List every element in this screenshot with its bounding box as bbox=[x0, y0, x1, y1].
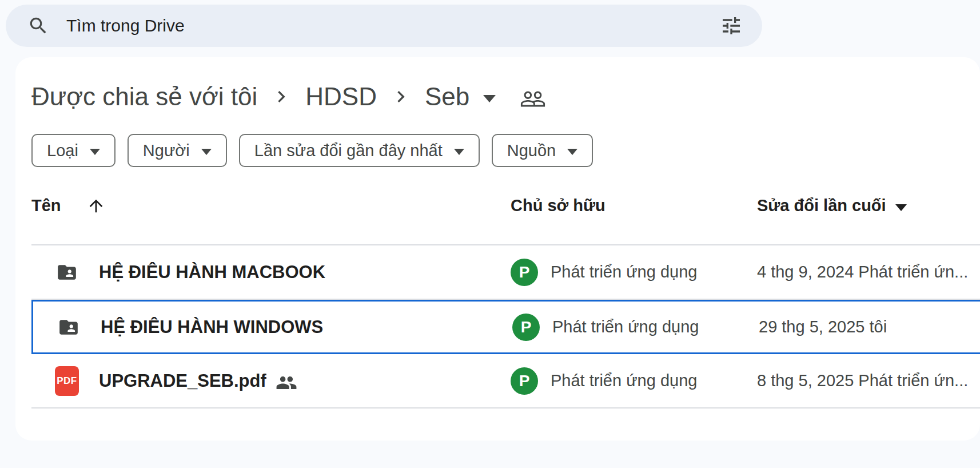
chevron-down-icon bbox=[454, 149, 464, 155]
table-row-folder-macbook[interactable]: HỆ ĐIÊU HÀNH MACBOOK P Phát triển ứng dụ… bbox=[31, 245, 980, 300]
chevron-down-icon bbox=[567, 149, 577, 155]
file-name: HỆ ĐIÊU HÀNH MACBOOK bbox=[99, 262, 325, 283]
owner-avatar: P bbox=[512, 314, 540, 341]
chip-label: Loại bbox=[47, 141, 78, 160]
chip-label: Người bbox=[143, 141, 190, 160]
owner-cell: P Phát triển ứng dụng bbox=[512, 314, 759, 341]
breadcrumb-current-label: Seb bbox=[425, 82, 469, 111]
chip-label: Nguồn bbox=[507, 141, 556, 160]
header-modified-label: Sửa đổi lần cuối bbox=[757, 196, 886, 215]
filter-chip-type[interactable]: Loại bbox=[31, 134, 115, 167]
shared-folder-icon bbox=[54, 261, 79, 283]
owner-name: Phát triển ứng dụng bbox=[552, 318, 699, 336]
column-header-owner[interactable]: Chủ sở hữu bbox=[511, 196, 757, 215]
breadcrumb-current-folder[interactable]: Seb bbox=[425, 82, 496, 111]
breadcrumb: Được chia sẻ với tôi HDSD Seb bbox=[31, 81, 980, 112]
chip-label: Lần sửa đổi gần đây nhất bbox=[254, 141, 443, 160]
people-shared-icon bbox=[276, 372, 297, 394]
drive-shared-folder-view: { "colors": { "background": "#F8FAFD", "… bbox=[0, 0, 980, 468]
advanced-search-button[interactable] bbox=[720, 14, 743, 37]
name-cell: HỆ ĐIÊU HÀNH WINDOWS bbox=[33, 316, 512, 338]
breadcrumb-hdsd[interactable]: HDSD bbox=[305, 82, 377, 111]
header-name-label: Tên bbox=[31, 196, 61, 215]
header-owner-label: Chủ sở hữu bbox=[511, 196, 605, 215]
tune-icon bbox=[720, 14, 743, 37]
sort-descending-arrow-icon bbox=[895, 204, 907, 211]
file-name: UPGRADE_SEB.pdf bbox=[99, 371, 266, 391]
people-outline-icon bbox=[520, 86, 546, 112]
breadcrumb-shared-with-me[interactable]: Được chia sẻ với tôi bbox=[31, 82, 257, 111]
table-row-folder-windows[interactable]: HỆ ĐIÊU HÀNH WINDOWS P Phát triển ứng dụ… bbox=[31, 300, 980, 354]
list-header: Tên Chủ sở hữu Sửa đổi lần cuối bbox=[31, 167, 980, 245]
name-cell: HỆ ĐIÊU HÀNH MACBOOK bbox=[31, 261, 511, 283]
table-row-pdf-upgrade-seb[interactable]: PDF UPGRADE_SEB.pdf P Phát triển ứng dụn… bbox=[31, 354, 980, 408]
chevron-down-icon bbox=[90, 149, 100, 155]
column-header-modified[interactable]: Sửa đổi lần cuối bbox=[757, 196, 957, 215]
file-name: HỆ ĐIÊU HÀNH WINDOWS bbox=[101, 317, 323, 338]
chevron-right-icon bbox=[389, 85, 412, 108]
last-modified-cell: 29 thg 5, 2025 tôi bbox=[759, 318, 980, 336]
owner-name: Phát triển ứng dụng bbox=[551, 371, 697, 390]
shared-folder-icon bbox=[56, 316, 81, 338]
owner-name: Phát triển ứng dụng bbox=[551, 263, 697, 281]
file-list: HỆ ĐIÊU HÀNH MACBOOK P Phát triển ứng dụ… bbox=[31, 245, 980, 408]
search-input[interactable] bbox=[66, 16, 720, 35]
name-cell: PDF UPGRADE_SEB.pdf bbox=[31, 366, 511, 396]
filter-chip-source[interactable]: Nguồn bbox=[492, 134, 593, 167]
filter-chip-people[interactable]: Người bbox=[128, 134, 227, 167]
file-list-card: Được chia sẻ với tôi HDSD Seb Loại Người… bbox=[15, 57, 980, 441]
column-header-name[interactable]: Tên bbox=[31, 196, 511, 216]
chevron-right-icon bbox=[270, 85, 293, 108]
last-modified-cell: 4 thg 9, 2024 Phát triển ứn... bbox=[757, 263, 980, 281]
pdf-file-icon: PDF bbox=[55, 366, 79, 396]
search-icon[interactable] bbox=[27, 15, 49, 37]
owner-avatar: P bbox=[511, 259, 538, 286]
owner-cell: P Phát triển ứng dụng bbox=[511, 367, 757, 395]
filter-chips: Loại Người Lần sửa đổi gần đây nhất Nguồ… bbox=[31, 134, 980, 167]
owner-avatar: P bbox=[511, 367, 538, 395]
drive-search-bar[interactable] bbox=[6, 5, 762, 47]
folder-menu-arrow-icon bbox=[483, 95, 496, 102]
arrow-upward-icon[interactable] bbox=[86, 196, 106, 216]
owner-cell: P Phát triển ứng dụng bbox=[511, 259, 757, 286]
last-modified-cell: 8 thg 5, 2025 Phát triển ứn... bbox=[757, 371, 980, 390]
filter-chip-modified[interactable]: Lần sửa đổi gần đây nhất bbox=[239, 134, 480, 167]
chevron-down-icon bbox=[201, 149, 212, 155]
